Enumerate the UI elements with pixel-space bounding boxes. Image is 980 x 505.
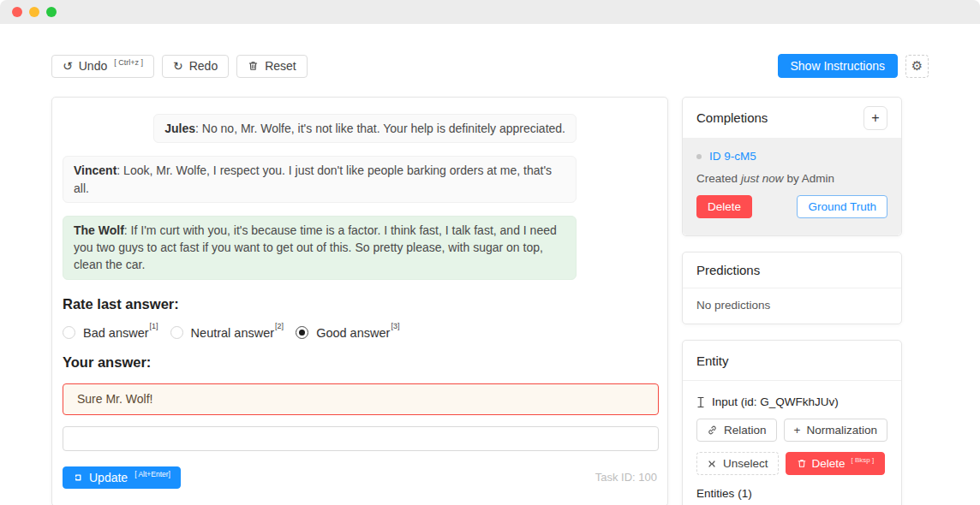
settings-button[interactable]: ⚙ xyxy=(905,55,929,78)
task-card-footer: Update[ Alt+Enter] Task ID: 100 xyxy=(63,466,657,489)
gear-icon: ⚙ xyxy=(911,58,923,74)
predictions-title: Predictions xyxy=(696,263,760,277)
radio-hotkey: [1] xyxy=(150,322,158,330)
answer-text-value: Sure Mr. Wolf! xyxy=(77,392,152,406)
rating-radio-group: Bad answer[1] Neutral answer[2] Good ans… xyxy=(63,325,657,340)
completion-item[interactable]: ID 9-cM5 Created just now by Admin Delet… xyxy=(683,139,901,235)
update-shortcut: [ Alt+Enter] xyxy=(134,470,170,478)
radio-hotkey: [2] xyxy=(275,322,284,330)
created-by: by Admin xyxy=(787,172,835,185)
toolbar-left-group: ↺ Undo[ Ctrl+z ] ↻ Redo Reset xyxy=(51,55,308,78)
add-completion-button[interactable]: + xyxy=(863,106,887,130)
chat-author: Vincent xyxy=(74,163,117,177)
chat-text: : If I'm curt with you, it's because tim… xyxy=(74,223,557,272)
answer-heading: Your answer: xyxy=(63,354,657,371)
delete-entity-shortcut: [ Bksp ] xyxy=(852,456,875,464)
radio-option-bad-answer[interactable]: Bad answer[1] xyxy=(63,325,158,340)
predictions-header: Predictions xyxy=(683,253,901,288)
completion-actions: Delete Ground Truth xyxy=(696,195,887,218)
radio-label: Bad answer xyxy=(83,326,149,340)
relation-button[interactable]: Relation xyxy=(696,419,777,442)
show-instructions-button[interactable]: Show Instructions xyxy=(778,54,899,78)
delete-completion-label: Delete xyxy=(708,200,741,213)
unselect-button[interactable]: Unselect xyxy=(696,452,779,475)
redo-icon: ↻ xyxy=(173,60,183,72)
normalization-label: Normalization xyxy=(806,424,877,437)
traffic-light-close-icon[interactable] xyxy=(12,7,22,17)
chat-author: Jules xyxy=(164,122,195,135)
chat-author: The Wolf xyxy=(74,223,124,237)
radio-option-neutral-answer[interactable]: Neutral answer[2] xyxy=(170,325,284,340)
bullet-icon xyxy=(696,154,702,159)
text-cursor-icon xyxy=(696,396,705,408)
radio-option-good-answer[interactable]: Good answer[3] xyxy=(296,325,399,340)
trash-icon xyxy=(248,60,259,72)
trash-icon xyxy=(797,458,807,469)
entity-buttons-row-2: Unselect Delete[ Bksp ] xyxy=(696,452,887,475)
undo-icon: ↺ xyxy=(63,60,73,72)
task-card: Jules: No no, Mr. Wolfe, it's not like t… xyxy=(51,97,668,505)
undo-label: Undo xyxy=(79,59,107,73)
task-id-label: Task ID: 100 xyxy=(595,471,657,484)
window-titlebar xyxy=(0,0,980,24)
entity-buttons-row-1: Relation + Normalization xyxy=(696,419,887,442)
link-icon xyxy=(707,425,718,436)
traffic-light-minimize-icon[interactable] xyxy=(29,7,39,17)
redo-button[interactable]: ↻ Redo xyxy=(162,55,229,78)
reset-button[interactable]: Reset xyxy=(236,55,308,78)
plus-icon: + xyxy=(871,111,879,125)
entity-header: Entity xyxy=(683,341,901,381)
completions-header: Completions + xyxy=(683,98,901,139)
reset-label: Reset xyxy=(265,59,296,73)
main-content: Jules: No no, Mr. Wolfe, it's not like t… xyxy=(51,97,929,505)
ground-truth-label: Ground Truth xyxy=(808,200,876,213)
chat-text: : Look, Mr. Wolfe, I respect you. I just… xyxy=(74,163,552,194)
completion-id-link[interactable]: ID 9-cM5 xyxy=(709,150,756,163)
radio-circle[interactable] xyxy=(296,326,308,339)
sidebar: Completions + ID 9-cM5 Created just now … xyxy=(682,97,902,505)
chat-dialog: Jules: No no, Mr. Wolfe, it's not like t… xyxy=(63,114,577,293)
entities-count-line: Entities (1) xyxy=(696,487,887,500)
plus-icon: + xyxy=(794,424,801,437)
submit-bracket-icon xyxy=(73,472,83,483)
update-label: Update xyxy=(89,471,128,484)
chat-message: Vincent: Look, Mr. Wolfe, I respect you.… xyxy=(63,156,577,203)
undo-button[interactable]: ↺ Undo[ Ctrl+z ] xyxy=(51,55,154,78)
predictions-empty-text: No predictions xyxy=(683,288,901,324)
normalization-button[interactable]: + Normalization xyxy=(784,419,887,442)
unselect-label: Unselect xyxy=(723,457,768,470)
radio-label: Neutral answer xyxy=(191,326,275,340)
answer-text-input[interactable]: Sure Mr. Wolf! xyxy=(63,383,659,415)
created-prefix: Created xyxy=(696,172,738,185)
entity-input-row: Input (id: G_QWFkhJUv) xyxy=(696,395,887,408)
traffic-light-maximize-icon[interactable] xyxy=(46,7,57,17)
predictions-panel: Predictions No predictions xyxy=(682,252,902,324)
radio-label: Good answer xyxy=(316,326,390,340)
chat-message: Jules: No no, Mr. Wolfe, it's not like t… xyxy=(153,114,577,143)
completion-created-line: Created just now by Admin xyxy=(696,172,887,185)
toolbar-right-group: Show Instructions ⚙ xyxy=(778,54,929,78)
completion-id-row: ID 9-cM5 xyxy=(696,150,887,163)
delete-entity-label: Delete xyxy=(812,457,846,470)
update-button[interactable]: Update[ Alt+Enter] xyxy=(63,466,181,489)
radio-circle[interactable] xyxy=(63,326,75,339)
delete-completion-button[interactable]: Delete xyxy=(696,195,752,218)
delete-entity-button[interactable]: Delete[ Bksp ] xyxy=(786,452,886,475)
entities-count: (1) xyxy=(738,487,752,500)
answer-secondary-input[interactable] xyxy=(63,426,659,451)
relation-label: Relation xyxy=(724,424,767,437)
ground-truth-button[interactable]: Ground Truth xyxy=(797,195,887,218)
chat-text: : No no, Mr. Wolfe, it's not like that. … xyxy=(195,122,565,135)
completions-title: Completions xyxy=(696,110,768,125)
radio-circle[interactable] xyxy=(170,326,183,339)
entities-label: Entities xyxy=(696,487,734,500)
rate-heading: Rate last answer: xyxy=(63,296,657,312)
created-time: just now xyxy=(741,172,784,185)
undo-shortcut: [ Ctrl+z ] xyxy=(114,58,143,67)
redo-label: Redo xyxy=(189,59,218,73)
entity-title: Entity xyxy=(696,354,729,368)
entity-body: Input (id: G_QWFkhJUv) Relation + Normal xyxy=(683,381,901,505)
chat-message-highlighted: The Wolf: If I'm curt with you, it's bec… xyxy=(63,216,577,280)
show-instructions-label: Show Instructions xyxy=(791,59,886,73)
toolbar: ↺ Undo[ Ctrl+z ] ↻ Redo Reset Show Instr… xyxy=(51,54,929,78)
